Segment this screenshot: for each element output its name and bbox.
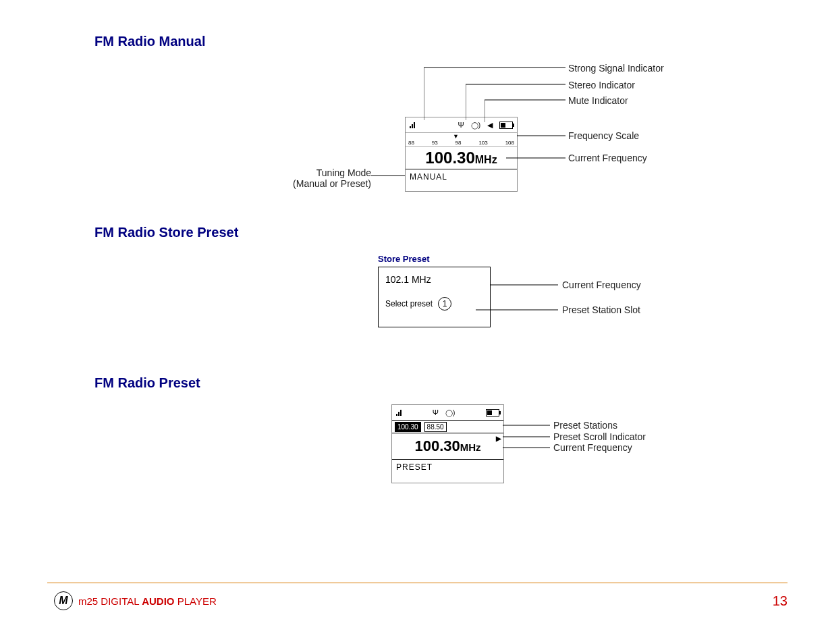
leader-line [503,447,550,448]
store-preset-title: Store Preset [378,254,729,264]
figure-fm-radio-manual: Ψ ◯) ◀ ▼ 88 93 98 103 108 100.30MHz MANU… [310,63,783,205]
page-number: 13 [773,593,788,609]
callout-current-frequency: Current Frequency [562,279,641,290]
leader-line [503,425,550,426]
scale-tick: 93 [432,140,438,146]
frequency-unit: MHz [460,441,481,453]
leader-line [506,157,565,159]
leader-line [476,309,558,311]
scale-tick: 108 [505,140,514,146]
lcd-preset: Ψ ◯) 100.30 88.50 ▶ 100.30MHz PRESET [391,404,504,483]
heading-fm-radio-preset: FM Radio Preset [94,375,788,391]
preset-slot-number: 1 [438,297,451,311]
callout-frequency-scale: Frequency Scale [568,130,639,141]
stereo-icon: ◯) [445,409,455,417]
store-preset-box: 102.1 MHz Select preset 1 [378,267,491,327]
battery-icon [486,409,499,417]
callout-mute: Mute Indicator [568,95,628,106]
callout-preset-stations: Preset Stations [553,420,617,431]
store-select-row: Select preset 1 [385,297,483,311]
scale-tick: 103 [478,140,487,146]
preset-stations-row: 100.30 88.50 [392,420,503,433]
callout-label-sub: (Manual or Preset) [293,178,371,189]
callout-current-frequency: Current Frequency [553,442,632,453]
leader-line [371,171,405,184]
store-frequency: 102.1 MHz [385,274,483,285]
frequency-value: 100.30 [414,437,460,454]
leader-line [503,436,550,437]
lcd-manual: Ψ ◯) ◀ ▼ 88 93 98 103 108 100.30MHz MANU… [405,117,518,192]
scale-tick: 88 [408,140,414,146]
heading-fm-radio-manual: FM Radio Manual [94,34,788,49]
current-frequency-display: 100.30MHz [406,147,517,169]
callout-preset-slot: Preset Station Slot [562,304,640,315]
scroll-indicator-icon: ▶ [496,435,501,442]
antenna-icon: Ψ [433,408,439,417]
frequency-value: 100.30 [425,149,474,167]
motorola-logo-icon: M [54,591,73,610]
product-name: m25 DIGITAL AUDIO PLAYER [78,595,217,607]
current-frequency-display: ▶ 100.30MHz [392,433,503,459]
footer-rule [47,583,788,583]
signal-strength-icon [410,122,415,128]
frequency-scale: ▼ 88 93 98 103 108 [406,132,517,147]
preset-chip-selected: 100.30 [395,422,421,432]
leader-line [485,95,565,126]
lcd-icon-row: Ψ ◯) [392,405,503,420]
signal-strength-icon [396,409,402,416]
heading-fm-radio-store-preset: FM Radio Store Preset [94,225,788,240]
page-footer: M m25 DIGITAL AUDIO PLAYER 13 [54,591,788,610]
figure-store-preset: Store Preset 102.1 MHz Select preset 1 C… [378,254,729,355]
tuning-mode-display: PRESET [392,459,503,475]
scale-pointer-icon: ▼ [453,133,459,140]
scale-tick: 98 [456,140,462,146]
select-preset-label: Select preset [385,299,433,308]
callout-label: Tuning Mode [316,167,371,178]
callout-current-frequency: Current Frequency [568,153,647,163]
product-suffix: PLAYER [175,595,217,607]
tuning-mode-display: MANUAL [406,169,517,184]
product-prefix: m25 DIGITAL [78,595,142,607]
callout-stereo: Stereo Indicator [568,80,635,90]
leader-line [491,284,558,286]
callout-scroll-indicator: Preset Scroll Indicator [553,431,646,442]
frequency-unit: MHz [475,154,497,165]
leader-line [517,135,565,136]
figure-fm-radio-preset: Ψ ◯) 100.30 88.50 ▶ 100.30MHz PRESET Pre… [378,404,729,499]
preset-chip: 88.50 [424,422,447,432]
footer-left: M m25 DIGITAL AUDIO PLAYER [54,591,217,610]
callout-tuning-mode: Tuning Mode (Manual or Preset) [283,167,371,189]
callout-strong-signal: Strong Signal Indicator [568,63,664,74]
product-audio: AUDIO [142,595,174,607]
